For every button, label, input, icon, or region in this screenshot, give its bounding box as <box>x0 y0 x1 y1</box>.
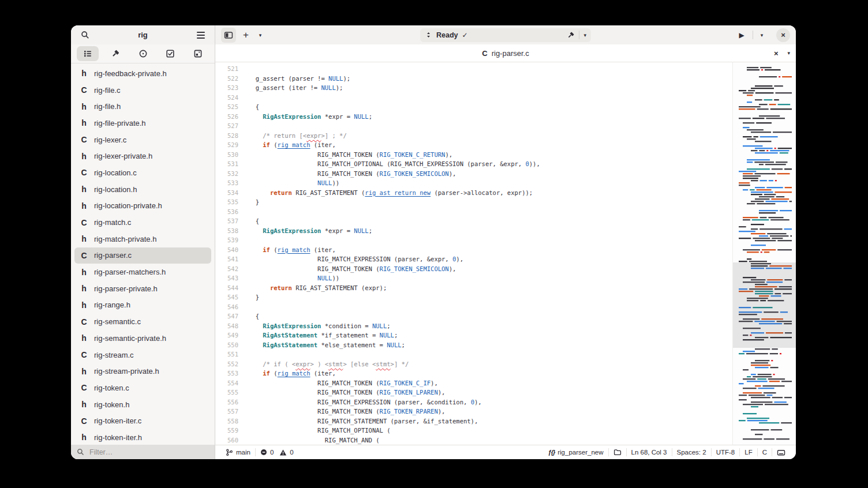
file-row[interactable]: Crig-parser.c <box>74 247 211 264</box>
code-line[interactable]: 523 g_assert (iter != NULL); <box>215 83 732 93</box>
file-row[interactable]: hrig-parser-private.h <box>74 280 211 297</box>
line-number[interactable]: 530 <box>215 150 238 160</box>
code-line[interactable]: 537 { <box>215 216 732 226</box>
minimap[interactable] <box>732 62 796 445</box>
line-number[interactable]: 550 <box>215 340 238 350</box>
code-line[interactable]: 553 if (rig_match (iter, <box>215 369 732 378</box>
code-line[interactable]: 530 RIG_MATCH_TOKEN (RIG_TOKEN_C_RETURN)… <box>215 150 732 160</box>
code-line[interactable]: 560 RIG_MATCH_AND ( <box>215 436 732 445</box>
file-row[interactable]: hrig-file-private.h <box>74 115 211 132</box>
code-line[interactable]: 521 <box>215 64 732 74</box>
file-row[interactable]: hrig-location-private.h <box>74 198 211 215</box>
line-number[interactable]: 533 <box>215 178 238 188</box>
code-line[interactable]: 559 RIG_MATCH_OPTIONAL ( <box>215 426 732 436</box>
code-line[interactable]: 539 <box>215 235 732 245</box>
run-button[interactable]: ▶ <box>734 28 749 43</box>
line-number[interactable]: 552 <box>215 359 238 369</box>
code-line[interactable]: 543 NULL)) <box>215 273 732 283</box>
minimap-viewport-handle[interactable] <box>733 262 796 348</box>
line-number[interactable]: 558 <box>215 416 238 426</box>
filter-input[interactable] <box>88 448 192 457</box>
window-close-button[interactable]: × <box>776 28 790 42</box>
code-line[interactable]: 524 <box>215 93 732 103</box>
diagnostics-indicator[interactable]: 0 0 <box>256 445 298 459</box>
build-menu-caret-icon[interactable]: ▾ <box>583 32 586 38</box>
line-number[interactable]: 557 <box>215 407 238 416</box>
line-number[interactable]: 536 <box>215 207 238 217</box>
line-number[interactable]: 545 <box>215 292 238 302</box>
file-row[interactable]: hrig-location.h <box>74 181 211 198</box>
cursor-position-indicator[interactable]: Ln 68, Col 3 <box>627 445 672 459</box>
code-line[interactable]: 548 RigAstExpression *condition = NULL; <box>215 321 732 331</box>
file-row[interactable]: hrig-file.h <box>74 98 211 115</box>
code-line[interactable]: 547 { <box>215 311 732 321</box>
line-number[interactable]: 537 <box>215 216 238 226</box>
code-line[interactable]: 522 g_assert (parser != NULL); <box>215 74 732 84</box>
line-number[interactable]: 526 <box>215 112 238 122</box>
open-file-tab[interactable]: C rig-parser.c <box>215 49 796 58</box>
line-number[interactable]: 548 <box>215 321 238 331</box>
file-row[interactable]: Crig-location.c <box>74 164 211 181</box>
docs-panel-tab[interactable] <box>187 46 209 61</box>
build-hammer-icon[interactable] <box>567 31 575 39</box>
line-number[interactable]: 538 <box>215 226 238 236</box>
line-number[interactable]: 532 <box>215 169 238 179</box>
close-tab-icon[interactable]: × <box>774 49 779 58</box>
file-row[interactable]: hrig-token-iter.h <box>74 429 211 445</box>
line-number[interactable]: 559 <box>215 426 238 436</box>
file-row[interactable]: Crig-lexer.c <box>74 132 211 148</box>
current-symbol-indicator[interactable]: ƒ{} rig_parser_new <box>544 445 608 459</box>
code-line[interactable]: 556 RIG_MATCH_EXPRESSION (parser, &condi… <box>215 397 732 407</box>
line-number[interactable]: 544 <box>215 283 238 293</box>
line-number[interactable]: 555 <box>215 388 238 397</box>
code-line[interactable]: 557 RIG_MATCH_TOKEN (RIG_TOKEN_RPAREN), <box>215 407 732 416</box>
filter-bar[interactable] <box>71 445 215 459</box>
git-branch-indicator[interactable]: main <box>221 445 255 459</box>
line-ending-indicator[interactable]: LF <box>740 445 757 459</box>
line-number[interactable]: 521 <box>215 64 238 74</box>
file-row[interactable]: Crig-stream.c <box>74 347 211 363</box>
line-number[interactable]: 525 <box>215 102 238 112</box>
omnibar[interactable]: Ready ✓ ▾ <box>420 28 591 42</box>
file-row[interactable]: hrig-lexer-private.h <box>74 148 211 164</box>
code-line[interactable]: 528 /* return [<expr>] ; */ <box>215 131 732 141</box>
line-number[interactable]: 534 <box>215 188 238 198</box>
line-number[interactable]: 529 <box>215 140 238 150</box>
toggle-sidebar-button[interactable] <box>221 28 236 43</box>
file-row[interactable]: hrig-token.h <box>74 396 211 413</box>
code-line[interactable]: 529 if (rig_match (iter, <box>215 140 732 150</box>
indentation-indicator[interactable]: Spaces: 2 <box>672 445 711 459</box>
code-line[interactable]: 535 } <box>215 197 732 207</box>
code-line[interactable]: 546 <box>215 302 732 312</box>
code-line[interactable]: 545 } <box>215 292 732 302</box>
code-line[interactable]: 534 return RIG_AST_STATEMENT (rig_ast_re… <box>215 188 732 198</box>
line-number[interactable]: 547 <box>215 311 238 321</box>
code-lines[interactable]: 521522 g_assert (parser != NULL);523 g_a… <box>215 62 732 445</box>
line-number[interactable]: 551 <box>215 350 238 359</box>
build-panel-tab[interactable] <box>104 46 126 61</box>
line-number[interactable]: 524 <box>215 93 238 103</box>
keyboard-toggle-button[interactable] <box>772 445 790 459</box>
line-number[interactable]: 543 <box>215 273 238 283</box>
code-line[interactable]: 540 if (rig_match (iter, <box>215 245 732 255</box>
line-number[interactable]: 531 <box>215 159 238 169</box>
file-row[interactable]: Crig-token-iter.c <box>74 412 211 429</box>
code-line[interactable]: 525 { <box>215 102 732 112</box>
file-row[interactable]: hrig-parser-matchers.h <box>74 264 211 280</box>
file-row[interactable]: hrig-match-private.h <box>74 231 211 247</box>
line-number[interactable]: 540 <box>215 245 238 255</box>
code-line[interactable]: 531 RIG_MATCH_OPTIONAL (RIG_MATCH_EXPRES… <box>215 159 732 169</box>
line-number[interactable]: 553 <box>215 369 238 378</box>
tests-panel-tab[interactable] <box>132 46 154 61</box>
encoding-indicator[interactable]: UTF-8 <box>712 445 740 459</box>
file-row[interactable]: hrig-stream-private.h <box>74 363 211 380</box>
new-page-menu-button[interactable]: ▾ <box>256 28 265 43</box>
code-line[interactable]: 532 RIG_MATCH_TOKEN (RIG_TOKEN_SEMICOLON… <box>215 169 732 179</box>
main-menu-button[interactable] <box>194 28 208 42</box>
file-row[interactable]: Crig-token.c <box>74 380 211 396</box>
files-panel-tab[interactable] <box>77 46 99 61</box>
line-number[interactable]: 542 <box>215 264 238 274</box>
code-line[interactable]: 554 RIG_MATCH_TOKEN (RIG_TOKEN_C_IF), <box>215 378 732 388</box>
line-number[interactable]: 522 <box>215 74 238 84</box>
run-menu-button[interactable]: ▾ <box>757 28 767 43</box>
